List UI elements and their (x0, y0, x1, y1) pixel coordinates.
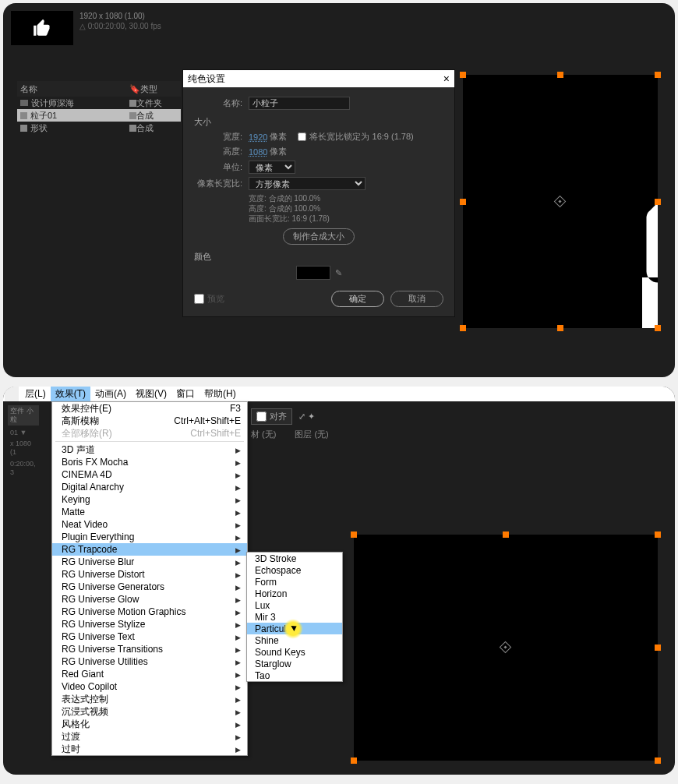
menu-item[interactable]: Plugin Everything▶ (52, 531, 247, 543)
panel-solid-settings: 1920 x 1080 (1.00) △ 0:00:20:00, 30.00 f… (3, 3, 675, 377)
meta-dimensions: 1920 x 1080 (1.00) (79, 11, 161, 21)
name-label: 名称: (194, 97, 249, 109)
cancel-button[interactable]: 取消 (390, 291, 443, 307)
menubar: 层(L)效果(T)动画(A)视图(V)窗口帮助(H) (3, 387, 675, 401)
lock-aspect-label: 将长宽比锁定为 16:9 (1.78) (309, 131, 413, 143)
menu-item[interactable]: RG Universe Motion Graphics▶ (52, 606, 247, 618)
menu-item[interactable]: 过时▶ (52, 743, 247, 755)
align-toggle[interactable]: 对齐 (251, 408, 292, 425)
ratio-height: 高度: 合成的 100.0% (249, 203, 443, 214)
menu-item[interactable]: 3D 声道▶ (52, 443, 247, 456)
left-info-2: x 1080 (1 (8, 438, 39, 458)
menu-item[interactable]: RG Universe Stylize▶ (52, 618, 247, 630)
menu-4[interactable]: 窗口 (171, 387, 200, 401)
effect-menu-dropdown[interactable]: 效果控件(E)F3高斯模糊Ctrl+Alt+Shift+E全部移除(R)Ctrl… (51, 401, 248, 756)
project-row[interactable]: 设计师深海 文件夹 (17, 97, 181, 109)
submenu-item[interactable]: Tao (247, 669, 342, 681)
col-type-header[interactable]: 类型 (140, 83, 157, 95)
left-info-1: 01 ▼ (8, 427, 39, 439)
left-info-bar: 空件 小粒 01 ▼ x 1080 (1 0:20:00, 3 (8, 405, 39, 479)
effects-panel-tab[interactable]: 空件 小粒 (8, 405, 39, 426)
menu-3[interactable]: 视图(V) (131, 387, 171, 401)
submenu-item[interactable]: 3D Stroke (247, 553, 342, 564)
menu-item[interactable]: RG Universe Text▶ (52, 630, 247, 643)
unit-label: 单位: (194, 161, 249, 173)
color-swatch[interactable] (296, 266, 330, 280)
composition-viewer[interactable] (463, 75, 658, 328)
submenu-item[interactable]: Sound Keys (247, 646, 342, 658)
panel-tabs: 材 (无) 图层 (无) (251, 429, 329, 440)
menu-item[interactable]: 沉浸式视频▶ (52, 705, 247, 718)
lock-aspect-checkbox[interactable]: 将长宽比锁定为 16:9 (1.78) (298, 131, 413, 143)
meta-duration: △ 0:00:20:00, 30.00 fps (79, 21, 161, 31)
dialog-titlebar[interactable]: 纯色设置 × (183, 70, 454, 87)
close-icon[interactable]: × (443, 72, 450, 85)
menu-item[interactable]: Keying▶ (52, 493, 247, 506)
par-label: 像素长宽比: (194, 178, 249, 189)
width-field[interactable]: 1920 (249, 132, 267, 142)
composition-thumbnail[interactable] (11, 11, 73, 45)
thumbs-up-icon (30, 18, 54, 38)
width-label: 宽度: (194, 131, 249, 143)
unit-select[interactable]: 像素 (249, 161, 295, 174)
eyedropper-icon[interactable]: ✎ (335, 268, 342, 278)
project-row[interactable]: 粒子01 合成 (17, 109, 181, 122)
folder-icon (20, 100, 28, 106)
anchor-point-icon[interactable] (500, 641, 512, 654)
col-name-header[interactable]: 名称 (20, 83, 129, 95)
menu-0[interactable]: 层(L) (20, 387, 51, 401)
solid-settings-dialog: 纯色设置 × 名称: 大小 宽度: 1920 像素 将长宽比锁定为 16:9 (… (182, 69, 455, 317)
thumbnail-row: 1920 x 1080 (1.00) △ 0:00:20:00, 30.00 f… (11, 11, 161, 45)
project-header: 名称 🔖类型 (17, 81, 181, 97)
submenu-item[interactable]: Form (247, 576, 342, 588)
trapcode-submenu[interactable]: 3D StrokeEchospaceFormHorizonLuxMir 3Par… (246, 552, 343, 682)
panel-effect-menu: 层(L)效果(T)动画(A)视图(V)窗口帮助(H) 空件 小粒 01 ▼ x … (3, 387, 675, 775)
size-section-label: 大小 (194, 116, 443, 128)
menu-item[interactable]: 效果控件(E)F3 (52, 402, 247, 415)
comp-icon (20, 112, 27, 119)
menu-item[interactable]: RG Universe Distort▶ (52, 568, 247, 581)
submenu-item[interactable]: Echospace (247, 564, 342, 576)
ok-button[interactable]: 确定 (331, 291, 384, 307)
par-select[interactable]: 方形像素 (249, 177, 365, 190)
comp-icon (20, 125, 27, 132)
menu-item[interactable]: 风格化▶ (52, 718, 247, 730)
width-unit: 像素 (270, 131, 287, 143)
name-input[interactable] (249, 97, 350, 110)
color-section-label: 颜色 (194, 251, 443, 263)
menu-item[interactable]: Video Copilot▶ (52, 680, 247, 693)
menu-item[interactable]: CINEMA 4D▶ (52, 468, 247, 481)
ratio-width: 宽度: 合成的 100.0% (249, 193, 443, 203)
menu-item[interactable]: RG Universe Glow▶ (52, 593, 247, 606)
submenu-item[interactable]: Lux (247, 599, 342, 611)
menu-item[interactable]: 高斯模糊Ctrl+Alt+Shift+E (52, 415, 247, 427)
submenu-item[interactable]: Particular (247, 623, 342, 634)
height-field[interactable]: 1080 (249, 147, 267, 157)
menu-item[interactable]: RG Universe Utilities▶ (52, 655, 247, 668)
menu-item[interactable]: Boris FX Mocha▶ (52, 456, 247, 468)
type-icon (129, 125, 136, 132)
menu-item[interactable]: Red Giant▶ (52, 668, 247, 680)
submenu-item[interactable]: Horizon (247, 588, 342, 599)
menu-item[interactable]: Neat Video▶ (52, 518, 247, 531)
type-icon (129, 100, 136, 107)
menu-item[interactable]: RG Universe Generators▶ (52, 581, 247, 593)
menu-item[interactable]: 过渡▶ (52, 730, 247, 743)
lock-aspect-input[interactable] (298, 132, 306, 141)
menu-item[interactable]: RG Universe Transitions▶ (52, 643, 247, 655)
menu-5[interactable]: 帮助(H) (200, 387, 241, 401)
menu-item[interactable]: RG Universe Blur▶ (52, 556, 247, 568)
menu-1[interactable]: 效果(T) (51, 387, 90, 401)
menu-item[interactable]: Digital Anarchy▶ (52, 481, 247, 493)
project-row[interactable]: 形状 合成 (17, 122, 181, 134)
project-panel: 名称 🔖类型 设计师深海 文件夹粒子01 合成形状 合成 (17, 81, 181, 134)
make-comp-size-button[interactable]: 制作合成大小 (283, 228, 355, 245)
menu-2[interactable]: 动画(A) (90, 387, 131, 401)
composition-viewer-2[interactable] (354, 535, 658, 761)
menu-item: 全部移除(R)Ctrl+Shift+E (52, 427, 247, 440)
menu-item[interactable]: Matte▶ (52, 506, 247, 518)
menu-item[interactable]: RG Trapcode▶ (52, 543, 247, 556)
menu-item[interactable]: 表达式控制▶ (52, 693, 247, 705)
preview-checkbox[interactable] (194, 294, 204, 304)
submenu-item[interactable]: Starglow (247, 658, 342, 669)
